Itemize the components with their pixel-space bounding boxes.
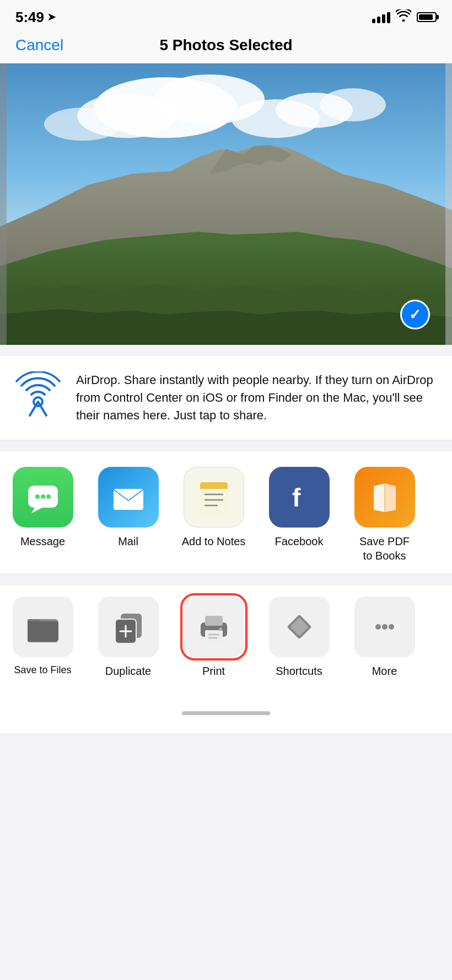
notes-icon [184, 467, 244, 528]
mail-label: Mail [118, 534, 138, 548]
status-icons [372, 9, 437, 25]
cancel-button[interactable]: Cancel [15, 36, 63, 54]
save-to-files-label: Save to Files [14, 664, 71, 677]
print-label: Print [202, 664, 225, 678]
shortcuts-icon [269, 596, 330, 657]
save-to-files-icon [13, 596, 73, 657]
duplicate-label: Duplicate [105, 664, 151, 678]
action-duplicate[interactable]: Duplicate [85, 596, 171, 678]
time-label: 5:49 [15, 9, 44, 26]
svg-point-10 [35, 494, 40, 499]
battery-icon [417, 12, 437, 22]
nav-bar: Cancel 5 Photos Selected [0, 31, 452, 63]
svg-text:f: f [292, 483, 301, 512]
message-icon [13, 467, 73, 528]
section-spacer-2 [0, 440, 452, 451]
svg-rect-36 [290, 617, 309, 636]
signal-icon [372, 11, 390, 23]
facebook-icon: f [269, 467, 330, 528]
photo-right-edge [445, 63, 452, 345]
svg-rect-31 [205, 630, 223, 642]
airdrop-description: AirDrop. Share instantly with people nea… [76, 371, 439, 424]
svg-rect-30 [205, 616, 223, 626]
airdrop-section: AirDrop. Share instantly with people nea… [0, 356, 452, 440]
svg-rect-16 [200, 487, 228, 489]
page-title: 5 Photos Selected [159, 36, 292, 54]
svg-point-39 [389, 624, 394, 630]
message-label: Message [20, 534, 65, 548]
print-icon [184, 596, 244, 657]
svg-point-7 [44, 108, 121, 141]
svg-point-12 [46, 494, 51, 499]
savepdf-label: Save PDF to Books [359, 534, 410, 563]
section-spacer-3 [0, 574, 452, 585]
savepdf-icon [354, 467, 415, 528]
svg-point-11 [41, 494, 45, 499]
action-save-to-files[interactable]: Save to Files [0, 596, 85, 677]
svg-rect-13 [114, 489, 143, 510]
notes-label: Add to Notes [182, 534, 246, 548]
airdrop-icon [13, 371, 63, 421]
status-time: 5:49 ➤ [15, 9, 56, 26]
mail-icon [98, 467, 159, 528]
section-spacer-1 [0, 345, 452, 356]
svg-rect-24 [28, 621, 58, 641]
share-facebook[interactable]: f Facebook [256, 467, 342, 548]
share-message[interactable]: Message [0, 467, 85, 548]
action-print[interactable]: Print [171, 596, 256, 678]
more-label: More [372, 664, 397, 678]
location-icon: ➤ [47, 11, 56, 23]
svg-point-38 [382, 624, 388, 630]
more-icon [354, 596, 415, 657]
action-row: Save to Files Duplicate [0, 585, 452, 689]
share-mail[interactable]: Mail [85, 467, 171, 548]
facebook-label: Facebook [275, 534, 324, 548]
app-share-row: Message Mail Add to Notes [0, 451, 452, 574]
share-savepdf[interactable]: Save PDF to Books [342, 467, 427, 563]
shortcuts-label: Shortcuts [276, 664, 322, 678]
photo-left-edge [0, 63, 7, 345]
svg-point-6 [320, 88, 386, 121]
duplicate-icon [98, 596, 159, 657]
action-shortcuts[interactable]: Shortcuts [256, 596, 342, 678]
selection-checkmark[interactable] [400, 300, 430, 329]
photo-strip [0, 63, 452, 345]
share-notes[interactable]: Add to Notes [171, 467, 256, 548]
status-bar: 5:49 ➤ [0, 0, 452, 31]
svg-point-34 [219, 627, 222, 631]
home-indicator [182, 711, 270, 715]
svg-point-37 [375, 624, 381, 630]
wifi-icon [396, 9, 411, 25]
action-more[interactable]: More [342, 596, 427, 678]
bottom-safe-area [0, 689, 452, 733]
